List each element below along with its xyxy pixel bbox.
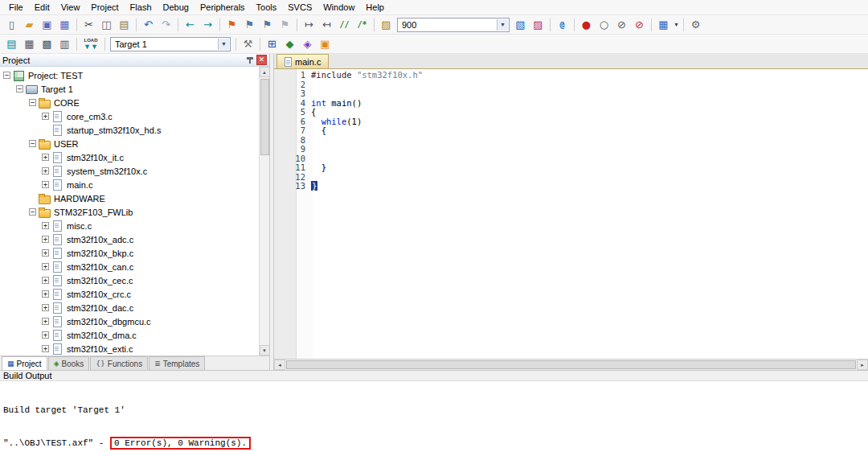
chevron-down-icon[interactable]: ▼ [673,22,680,27]
tree-item-project-test[interactable]: −Project: TEST [0,68,259,82]
breakpoint-toggle-icon[interactable]: ● [578,17,595,32]
collapse-icon[interactable]: − [3,72,10,79]
expand-icon[interactable]: + [42,236,49,243]
expand-icon[interactable]: + [42,304,49,311]
menu-debug[interactable]: Debug [158,1,194,14]
tree-item-stm32f10x-cec-c[interactable]: +stm32f10x_cec.c [0,273,259,287]
menu-tools[interactable]: Tools [251,1,283,14]
tree-item-stm32f10x-adc-c[interactable]: +stm32f10x_adc.c [0,232,259,246]
configure-icon[interactable]: ⚙ [687,17,704,32]
breakpoint-enable-icon[interactable]: ○ [596,17,612,32]
tree-item-stm32f10x-exti-c[interactable]: +stm32f10x_exti.c [0,342,259,355]
expand-icon[interactable]: + [42,290,49,298]
menu-flash[interactable]: Flash [125,1,158,14]
find-in-files-icon[interactable]: ▨ [378,17,395,32]
close-panel-icon[interactable]: ✕ [256,55,267,65]
bookmark-toggle-icon[interactable]: ⚑ [223,17,240,32]
debug-windows-icon[interactable]: ▦ [655,17,672,32]
editor-hscrollbar[interactable]: ◄ ► [274,359,868,370]
collapse-icon[interactable]: − [29,99,36,106]
tree-item-startup-stm32f10x-hd-s[interactable]: startup_stm32f10x_hd.s [0,123,259,137]
tree-item-stm32f103-fwlib[interactable]: −STM32F103_FWLib [0,205,259,219]
tree-item-stm32f10x-can-c[interactable]: +stm32f10x_can.c [0,260,259,273]
undo-icon[interactable]: ↶ [140,17,157,32]
chevron-down-icon[interactable]: ▼ [218,39,229,50]
open-file-icon[interactable]: ▰ [21,17,38,32]
scroll-left-icon[interactable]: ◄ [274,360,285,370]
incremental-find-icon[interactable]: ▧ [512,17,529,32]
tab-main-c[interactable]: main.c [276,54,329,68]
comment-icon[interactable]: // [336,17,353,32]
expand-icon[interactable]: + [42,249,49,257]
translate-file-icon[interactable]: ▤ [3,36,20,51]
bookmark-prev-icon[interactable]: ⚑ [241,17,258,32]
pack-installer-icon[interactable]: ▣ [317,36,334,51]
tab-templates[interactable]: ≣Templates [149,356,205,370]
tree-scrollbar[interactable]: ▲ ▼ [259,67,269,355]
chevron-down-icon[interactable]: ▼ [497,19,508,31]
tree-item-core-cm3-c[interactable]: +core_cm3.c [0,109,259,123]
scroll-up-icon[interactable]: ▲ [260,67,270,77]
expand-icon[interactable]: + [42,222,49,229]
hscrollbar-thumb[interactable] [286,360,856,369]
find-icon[interactable]: @ [554,17,571,32]
tab-functions[interactable]: {}Functions [90,356,148,370]
target-combobox[interactable]: Target 1▼ [110,37,231,51]
save-icon[interactable]: ▣ [39,17,55,32]
pin-icon[interactable] [245,55,255,65]
tree-item-misc-c[interactable]: +misc.c [0,219,259,232]
batch-build-icon[interactable]: ▥ [56,36,73,51]
menu-window[interactable]: Window [317,1,360,14]
nav-forward-icon[interactable]: → [199,17,216,32]
tree-item-main-c[interactable]: +main.c [0,178,259,191]
rebuild-all-icon[interactable]: ▩ [39,36,55,51]
tree-item-user[interactable]: −USER [0,137,259,150]
find-combobox[interactable]: 900▼ [397,18,510,32]
expand-icon[interactable]: + [42,167,49,175]
expand-icon[interactable]: + [42,263,49,270]
expand-icon[interactable]: + [42,318,49,325]
download-icon[interactable]: LOAD▼▼ [80,36,101,52]
nav-back-icon[interactable]: ← [182,17,199,32]
scrollbar-thumb[interactable] [260,79,269,155]
save-all-icon[interactable]: ▦ [56,17,73,32]
collapse-icon[interactable]: − [29,208,36,216]
copy-icon[interactable]: ◫ [98,17,115,32]
build-icon[interactable]: ▦ [21,36,38,51]
indent-icon[interactable]: ↦ [301,17,317,32]
menu-peripherals[interactable]: Peripherals [194,1,251,14]
paste-icon[interactable]: ▤ [116,17,133,32]
scroll-down-icon[interactable]: ▼ [260,345,270,355]
tree-item-stm32f10x-dma-c[interactable]: +stm32f10x_dma.c [0,328,259,342]
tree-item-stm32f10x-crc-c[interactable]: +stm32f10x_crc.c [0,287,259,301]
expand-icon[interactable]: + [42,345,49,352]
collapse-icon[interactable]: − [29,140,36,147]
highlight-words-icon[interactable]: ▨ [530,17,547,32]
menu-svcs[interactable]: SVCS [282,1,317,14]
expand-icon[interactable]: + [42,181,49,188]
bookmark-next-icon[interactable]: ⚑ [259,17,276,32]
collapse-icon[interactable]: − [16,85,23,92]
breakpoint-disable-all-icon[interactable]: ⊘ [613,17,630,32]
expand-icon[interactable]: + [42,277,49,284]
breakpoint-kill-all-icon[interactable]: ⊘ [631,17,648,32]
manage-rte-icon[interactable]: ◆ [281,36,298,51]
cut-icon[interactable]: ✂ [80,17,97,32]
outdent-icon[interactable]: ↤ [318,17,335,32]
tree-item-stm32f10x-it-c[interactable]: +stm32f10x_it.c [0,150,259,164]
tree-item-stm32f10x-dbgmcu-c[interactable]: +stm32f10x_dbgmcu.c [0,314,259,328]
menu-help[interactable]: Help [360,1,390,14]
scroll-right-icon[interactable]: ► [857,360,868,370]
bookmark-clear-icon[interactable]: ⚑ [276,17,293,32]
tree-item-stm32f10x-bkp-c[interactable]: +stm32f10x_bkp.c [0,246,259,260]
expand-icon[interactable]: + [42,331,49,339]
menu-view[interactable]: View [55,1,86,14]
menu-project[interactable]: Project [85,1,124,14]
new-file-icon[interactable]: ▯ [3,17,20,32]
tree-item-core[interactable]: −CORE [0,96,259,109]
redo-icon[interactable]: ↷ [158,17,174,32]
menu-edit[interactable]: Edit [29,1,55,14]
tree-item-hardware[interactable]: HARDWARE [0,191,259,205]
tree-item-stm32f10x-dac-c[interactable]: +stm32f10x_dac.c [0,301,259,314]
expand-icon[interactable]: + [42,154,49,161]
